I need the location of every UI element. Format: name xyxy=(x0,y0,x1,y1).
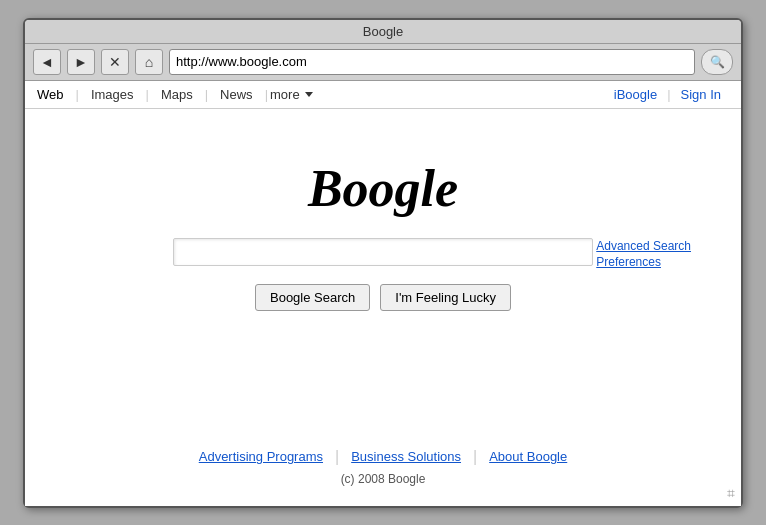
site-logo: Boogle xyxy=(308,159,458,218)
feeling-lucky-button[interactable]: I'm Feeling Lucky xyxy=(380,284,511,311)
window-title: Boogle xyxy=(363,24,403,39)
address-bar[interactable] xyxy=(169,49,695,75)
right-nav-links: iBoogle | Sign In xyxy=(606,87,729,102)
nav-link-maps[interactable]: Maps xyxy=(151,87,203,102)
toolbar-search-button[interactable]: 🔍 xyxy=(701,49,733,75)
search-input[interactable] xyxy=(173,238,593,266)
about-link[interactable]: About Boogle xyxy=(489,449,567,464)
signin-link[interactable]: Sign In xyxy=(673,87,729,102)
boogle-search-button[interactable]: Boogle Search xyxy=(255,284,370,311)
left-nav-links: Web | Images | Maps | News | more xyxy=(37,87,606,102)
search-row: Advanced Search Preferences xyxy=(25,238,741,266)
footer: Advertising Programs | Business Solution… xyxy=(25,448,741,486)
sep5: | xyxy=(667,87,670,102)
copyright: (c) 2008 Boogle xyxy=(25,472,741,486)
sep4: | xyxy=(265,87,268,102)
footer-links: Advertising Programs | Business Solution… xyxy=(25,448,741,466)
more-label: more xyxy=(270,87,300,102)
nav-links-bar: Web | Images | Maps | News | more iBoogl… xyxy=(25,81,741,109)
title-bar: Boogle xyxy=(25,20,741,44)
search-side-links: Advanced Search Preferences xyxy=(596,238,691,272)
forward-button[interactable]: ► xyxy=(67,49,95,75)
preferences-link[interactable]: Preferences xyxy=(596,254,661,271)
magnifier-icon: 🔍 xyxy=(710,55,725,69)
business-link[interactable]: Business Solutions xyxy=(351,449,461,464)
main-area: Boogle Advanced Search Preferences Boogl… xyxy=(25,159,741,311)
more-button[interactable]: more xyxy=(270,87,313,102)
sep3: | xyxy=(205,87,208,102)
footer-sep1: | xyxy=(335,448,339,466)
home-button[interactable]: ⌂ xyxy=(135,49,163,75)
stop-button[interactable]: ✕ xyxy=(101,49,129,75)
footer-sep2: | xyxy=(473,448,477,466)
browser-window: Boogle ◄ ► ✕ ⌂ 🔍 Web | Images | Maps | N… xyxy=(23,18,743,508)
page-content: Boogle Advanced Search Preferences Boogl… xyxy=(25,109,741,506)
toolbar: ◄ ► ✕ ⌂ 🔍 xyxy=(25,44,741,81)
button-row: Boogle Search I'm Feeling Lucky xyxy=(255,284,511,311)
corner-decoration: ⌗ xyxy=(727,485,735,502)
chevron-down-icon xyxy=(305,92,313,97)
advanced-search-link[interactable]: Advanced Search xyxy=(596,238,691,255)
nav-link-web[interactable]: Web xyxy=(37,87,74,102)
sep2: | xyxy=(146,87,149,102)
back-button[interactable]: ◄ xyxy=(33,49,61,75)
nav-link-images[interactable]: Images xyxy=(81,87,144,102)
advertising-link[interactable]: Advertising Programs xyxy=(199,449,323,464)
sep1: | xyxy=(76,87,79,102)
nav-link-news[interactable]: News xyxy=(210,87,263,102)
iboogle-link[interactable]: iBoogle xyxy=(606,87,665,102)
